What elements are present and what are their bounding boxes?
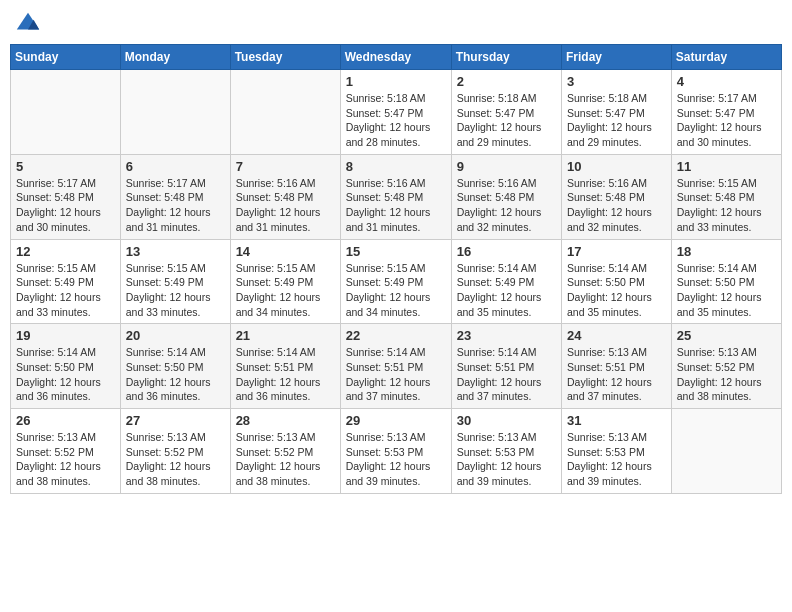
weekday-header-row: SundayMondayTuesdayWednesdayThursdayFrid… <box>11 45 782 70</box>
week-row-5: 26Sunrise: 5:13 AM Sunset: 5:52 PM Dayli… <box>11 409 782 494</box>
day-info: Sunrise: 5:17 AM Sunset: 5:48 PM Dayligh… <box>16 176 115 235</box>
day-info: Sunrise: 5:14 AM Sunset: 5:51 PM Dayligh… <box>346 345 446 404</box>
day-cell: 22Sunrise: 5:14 AM Sunset: 5:51 PM Dayli… <box>340 324 451 409</box>
day-cell: 27Sunrise: 5:13 AM Sunset: 5:52 PM Dayli… <box>120 409 230 494</box>
calendar: SundayMondayTuesdayWednesdayThursdayFrid… <box>10 44 782 494</box>
day-number: 10 <box>567 159 666 174</box>
day-number: 11 <box>677 159 776 174</box>
day-info: Sunrise: 5:13 AM Sunset: 5:53 PM Dayligh… <box>346 430 446 489</box>
logo <box>14 10 46 38</box>
week-row-1: 1Sunrise: 5:18 AM Sunset: 5:47 PM Daylig… <box>11 70 782 155</box>
day-cell: 1Sunrise: 5:18 AM Sunset: 5:47 PM Daylig… <box>340 70 451 155</box>
day-cell: 28Sunrise: 5:13 AM Sunset: 5:52 PM Dayli… <box>230 409 340 494</box>
week-row-4: 19Sunrise: 5:14 AM Sunset: 5:50 PM Dayli… <box>11 324 782 409</box>
day-info: Sunrise: 5:14 AM Sunset: 5:50 PM Dayligh… <box>567 261 666 320</box>
day-info: Sunrise: 5:13 AM Sunset: 5:53 PM Dayligh… <box>567 430 666 489</box>
day-info: Sunrise: 5:14 AM Sunset: 5:50 PM Dayligh… <box>126 345 225 404</box>
day-number: 28 <box>236 413 335 428</box>
day-number: 17 <box>567 244 666 259</box>
day-number: 6 <box>126 159 225 174</box>
day-number: 23 <box>457 328 556 343</box>
day-number: 30 <box>457 413 556 428</box>
day-cell <box>230 70 340 155</box>
day-number: 13 <box>126 244 225 259</box>
day-cell: 31Sunrise: 5:13 AM Sunset: 5:53 PM Dayli… <box>562 409 672 494</box>
calendar-body: 1Sunrise: 5:18 AM Sunset: 5:47 PM Daylig… <box>11 70 782 494</box>
day-number: 9 <box>457 159 556 174</box>
day-cell: 21Sunrise: 5:14 AM Sunset: 5:51 PM Dayli… <box>230 324 340 409</box>
day-cell: 10Sunrise: 5:16 AM Sunset: 5:48 PM Dayli… <box>562 154 672 239</box>
weekday-friday: Friday <box>562 45 672 70</box>
day-info: Sunrise: 5:14 AM Sunset: 5:51 PM Dayligh… <box>457 345 556 404</box>
day-number: 20 <box>126 328 225 343</box>
day-number: 21 <box>236 328 335 343</box>
day-number: 2 <box>457 74 556 89</box>
day-info: Sunrise: 5:15 AM Sunset: 5:49 PM Dayligh… <box>346 261 446 320</box>
weekday-monday: Monday <box>120 45 230 70</box>
day-info: Sunrise: 5:13 AM Sunset: 5:52 PM Dayligh… <box>236 430 335 489</box>
day-number: 1 <box>346 74 446 89</box>
day-cell: 11Sunrise: 5:15 AM Sunset: 5:48 PM Dayli… <box>671 154 781 239</box>
day-info: Sunrise: 5:16 AM Sunset: 5:48 PM Dayligh… <box>346 176 446 235</box>
day-cell: 13Sunrise: 5:15 AM Sunset: 5:49 PM Dayli… <box>120 239 230 324</box>
day-cell: 3Sunrise: 5:18 AM Sunset: 5:47 PM Daylig… <box>562 70 672 155</box>
day-cell: 7Sunrise: 5:16 AM Sunset: 5:48 PM Daylig… <box>230 154 340 239</box>
day-cell: 14Sunrise: 5:15 AM Sunset: 5:49 PM Dayli… <box>230 239 340 324</box>
day-info: Sunrise: 5:15 AM Sunset: 5:49 PM Dayligh… <box>236 261 335 320</box>
week-row-2: 5Sunrise: 5:17 AM Sunset: 5:48 PM Daylig… <box>11 154 782 239</box>
day-number: 26 <box>16 413 115 428</box>
day-number: 8 <box>346 159 446 174</box>
day-cell: 23Sunrise: 5:14 AM Sunset: 5:51 PM Dayli… <box>451 324 561 409</box>
day-cell <box>11 70 121 155</box>
day-info: Sunrise: 5:16 AM Sunset: 5:48 PM Dayligh… <box>236 176 335 235</box>
day-info: Sunrise: 5:17 AM Sunset: 5:48 PM Dayligh… <box>126 176 225 235</box>
weekday-thursday: Thursday <box>451 45 561 70</box>
day-cell: 29Sunrise: 5:13 AM Sunset: 5:53 PM Dayli… <box>340 409 451 494</box>
week-row-3: 12Sunrise: 5:15 AM Sunset: 5:49 PM Dayli… <box>11 239 782 324</box>
day-info: Sunrise: 5:14 AM Sunset: 5:50 PM Dayligh… <box>677 261 776 320</box>
day-cell: 4Sunrise: 5:17 AM Sunset: 5:47 PM Daylig… <box>671 70 781 155</box>
day-info: Sunrise: 5:15 AM Sunset: 5:49 PM Dayligh… <box>126 261 225 320</box>
day-number: 3 <box>567 74 666 89</box>
day-cell: 25Sunrise: 5:13 AM Sunset: 5:52 PM Dayli… <box>671 324 781 409</box>
day-cell <box>120 70 230 155</box>
day-number: 25 <box>677 328 776 343</box>
day-number: 16 <box>457 244 556 259</box>
day-info: Sunrise: 5:13 AM Sunset: 5:52 PM Dayligh… <box>16 430 115 489</box>
day-number: 24 <box>567 328 666 343</box>
weekday-sunday: Sunday <box>11 45 121 70</box>
day-info: Sunrise: 5:14 AM Sunset: 5:49 PM Dayligh… <box>457 261 556 320</box>
day-info: Sunrise: 5:15 AM Sunset: 5:48 PM Dayligh… <box>677 176 776 235</box>
day-cell: 9Sunrise: 5:16 AM Sunset: 5:48 PM Daylig… <box>451 154 561 239</box>
day-number: 12 <box>16 244 115 259</box>
day-cell: 20Sunrise: 5:14 AM Sunset: 5:50 PM Dayli… <box>120 324 230 409</box>
day-info: Sunrise: 5:16 AM Sunset: 5:48 PM Dayligh… <box>567 176 666 235</box>
day-number: 27 <box>126 413 225 428</box>
day-info: Sunrise: 5:13 AM Sunset: 5:52 PM Dayligh… <box>677 345 776 404</box>
day-cell: 19Sunrise: 5:14 AM Sunset: 5:50 PM Dayli… <box>11 324 121 409</box>
day-number: 29 <box>346 413 446 428</box>
day-number: 18 <box>677 244 776 259</box>
day-number: 19 <box>16 328 115 343</box>
day-cell: 30Sunrise: 5:13 AM Sunset: 5:53 PM Dayli… <box>451 409 561 494</box>
day-number: 4 <box>677 74 776 89</box>
day-info: Sunrise: 5:13 AM Sunset: 5:52 PM Dayligh… <box>126 430 225 489</box>
day-info: Sunrise: 5:17 AM Sunset: 5:47 PM Dayligh… <box>677 91 776 150</box>
day-number: 5 <box>16 159 115 174</box>
day-info: Sunrise: 5:18 AM Sunset: 5:47 PM Dayligh… <box>567 91 666 150</box>
day-number: 22 <box>346 328 446 343</box>
day-number: 7 <box>236 159 335 174</box>
day-number: 31 <box>567 413 666 428</box>
day-cell: 24Sunrise: 5:13 AM Sunset: 5:51 PM Dayli… <box>562 324 672 409</box>
day-info: Sunrise: 5:18 AM Sunset: 5:47 PM Dayligh… <box>457 91 556 150</box>
day-info: Sunrise: 5:14 AM Sunset: 5:50 PM Dayligh… <box>16 345 115 404</box>
day-cell: 18Sunrise: 5:14 AM Sunset: 5:50 PM Dayli… <box>671 239 781 324</box>
day-number: 14 <box>236 244 335 259</box>
day-info: Sunrise: 5:16 AM Sunset: 5:48 PM Dayligh… <box>457 176 556 235</box>
day-cell: 12Sunrise: 5:15 AM Sunset: 5:49 PM Dayli… <box>11 239 121 324</box>
day-info: Sunrise: 5:14 AM Sunset: 5:51 PM Dayligh… <box>236 345 335 404</box>
weekday-saturday: Saturday <box>671 45 781 70</box>
day-number: 15 <box>346 244 446 259</box>
logo-icon <box>14 10 42 38</box>
day-info: Sunrise: 5:18 AM Sunset: 5:47 PM Dayligh… <box>346 91 446 150</box>
